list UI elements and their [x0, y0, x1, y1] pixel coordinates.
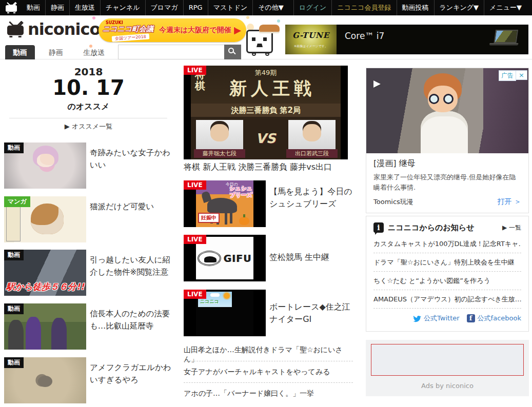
reco-thumb-shiba-manga[interactable]: マンガ	[4, 196, 86, 242]
search-tab-video[interactable]: 動画	[5, 45, 35, 59]
reco-title[interactable]: 奇跡みたいな女子かわいい	[90, 147, 172, 171]
machi-kaigi-logo: ニコニコ町会議	[103, 25, 153, 34]
gtune-banner-ad[interactable]: G-TUNE ※画像はイメージです。 Core™ i7	[285, 25, 528, 54]
reco-item-2[interactable]: マンガ 猫派だけど可愛い	[4, 196, 173, 242]
ad-description: 家里来了一位年轻又漂亮的继母.但是她好像在隐瞒着什么事情.	[373, 172, 521, 192]
ad-boy-face	[428, 86, 458, 112]
search-button[interactable]	[224, 45, 241, 59]
reco-thumb-anime-girl[interactable]: 動画	[4, 143, 86, 189]
ranking-menu[interactable]: ランキング▼	[434, 0, 484, 15]
live-text-link-2[interactable]: 女子アナがバーチャルキャストをやってみる	[184, 368, 354, 377]
niconico-tv-icon[interactable]	[5, 2, 17, 13]
machi-kaigi-banner-ad[interactable]: SUZUKI ニコニコ町会議 全国ツアー2018 今週末は大阪府で開催！ ▶	[98, 18, 246, 42]
mascot-leg	[252, 53, 256, 56]
live-title[interactable]: 【馬を見よう】今日の シュシュブリーズ	[269, 186, 354, 210]
topnav-live[interactable]: 生放送	[69, 0, 100, 15]
cloud-icon	[210, 293, 220, 297]
ad-label: 广告	[499, 70, 516, 81]
horse-thumbnail[interactable]: 今日の シュシュ ブリーズ 妊娠中 LIVE	[184, 180, 266, 227]
live-badge: LIVE	[184, 290, 206, 299]
facebook-icon: f	[467, 314, 475, 322]
news-item-1[interactable]: カスタムキャストが100万DL達成！記念RTキャ…	[373, 235, 521, 253]
menu-dropdown[interactable]: メニュー▼	[484, 0, 527, 15]
ad-brand: Toomics玩漫	[373, 197, 413, 207]
gtune-logo-panel: G-TUNE ※画像はイメージです。	[285, 25, 337, 54]
search-tab-seiga[interactable]: 静画	[49, 45, 63, 59]
info-icon: i	[373, 222, 384, 233]
site-header: niconico SUZUKI ニコニコ町会議 全国ツアー2018 今週末は大阪…	[0, 15, 532, 59]
login-link[interactable]: ログイン	[293, 0, 331, 15]
ad-close-icon[interactable]: ×	[516, 70, 527, 80]
sun-icon	[224, 293, 230, 299]
ad-open-button[interactable]: 打开 ＞	[498, 197, 521, 207]
niconico-tv-logo-icon	[6, 21, 25, 37]
player-photo-left: 藤井聡太七段	[196, 120, 243, 157]
reco-thumb-frog[interactable]: 動画	[4, 357, 86, 403]
featured-live-title[interactable]: 将棋 新人王戦 決勝三番勝負 藤井vs出口	[184, 162, 353, 173]
top-navigation-bar: 動画 静画 生放送 チャンネル ブロマガ RPG マストドン その他▼ ログイン…	[0, 0, 532, 15]
reco-title[interactable]: 猫派だけど可愛い	[90, 200, 172, 213]
reco-item-4[interactable]: 動画 信長本人のための法要も…比叡山延暦寺	[4, 303, 173, 350]
gifu-logo-text: GIFU	[223, 253, 251, 264]
reco-thumb-monks[interactable]: 動画	[4, 303, 86, 350]
topnav-blomaga[interactable]: ブロマガ	[145, 0, 183, 15]
news-list-link[interactable]: ▶ 一覧	[502, 223, 521, 232]
live-title[interactable]: 笠松競馬 生中継	[269, 251, 354, 263]
video-badge: 動画	[4, 250, 24, 260]
thumb-caption-text: 駅から徒歩５６分!!	[6, 281, 84, 293]
featured-live-shogi[interactable]: 将棋 第49期 新人王戦 決勝三番勝負 第2局 藤井聡太七段 VS 出口若武三段…	[184, 66, 348, 159]
reco-title[interactable]: 引っ越したい友人に紹介した物件※閲覧注意	[90, 254, 172, 278]
gtune-disclaimer: ※画像はイメージです。	[294, 44, 328, 49]
ad-boy-eye	[443, 94, 454, 104]
official-facebook-link[interactable]: f 公式facebook	[467, 314, 521, 323]
reco-title[interactable]: 信長本人のための法要も…比叡山延暦寺	[90, 308, 172, 332]
boatrace-thumbnail[interactable]: ニコニコ LIVE	[184, 290, 266, 336]
news-item-2[interactable]: ドラマ「聖☆おにいさん」特別上映会を生中継	[373, 253, 521, 272]
empty-ad-slot[interactable]	[371, 344, 524, 376]
ad-image[interactable]: 广告 ×	[366, 68, 528, 153]
topnav-rpg[interactable]: RPG	[183, 0, 208, 15]
news-item-3[interactable]: ちく☆たむ と“ようかい図鑑”を作ろう	[373, 272, 521, 290]
search-icon	[228, 48, 234, 53]
live-badge: LIVE	[184, 66, 206, 75]
ads-by-niconico-label: Ads by niconico	[366, 382, 529, 390]
reco-item-1[interactable]: 動画 奇跡みたいな女子かわいい	[4, 143, 173, 189]
reco-list-link[interactable]: ▶ オススメ一覧	[0, 122, 177, 131]
live-item-kasamatsu[interactable]: GIFU LIVE 笠松競馬 生中継	[184, 235, 354, 281]
reco-item-5[interactable]: 動画 アメフクラガエルかわいすぎるやろ	[4, 357, 173, 403]
live-item-horse[interactable]: 今日の シュシュ ブリーズ 妊娠中 LIVE 【馬を見よう】今日の シュシュブリ…	[184, 180, 354, 227]
topnav-channel[interactable]: チャンネル	[100, 0, 145, 15]
reco-thumb-car-interior[interactable]: 動画 駅から徒歩５６分!!	[4, 250, 86, 296]
upload-video-link[interactable]: 動画投稿	[397, 0, 434, 15]
player-name-left: 藤井聡太七段	[194, 149, 245, 158]
topnav-other-menu[interactable]: その他▼	[252, 0, 289, 15]
shogi-period: 第49期	[191, 68, 341, 77]
ad-title[interactable]: [漫画] 继母	[373, 158, 521, 169]
topnav-seiga[interactable]: 静画	[45, 0, 69, 15]
search-tab-live[interactable]: 生放送	[83, 45, 105, 59]
topnav-video[interactable]: 動画	[22, 0, 45, 15]
live-text-link-3[interactable]: アホの子…「バーナード嬢曰く。」一挙	[184, 389, 354, 398]
official-twitter-link[interactable]: 公式Twitter	[412, 314, 460, 323]
reco-date-suffix: のオススメ	[0, 101, 177, 112]
niconico-logo[interactable]: niconico	[6, 19, 100, 39]
video-badge: 動画	[4, 357, 24, 368]
reco-item-3[interactable]: 動画 駅から徒歩５６分!! 引っ越したい友人に紹介した物件※閲覧注意	[4, 250, 173, 296]
news-item-4[interactable]: AMADEUS（アマデウス）初の記念すべき生放…	[373, 290, 521, 309]
dashed-divider	[184, 382, 353, 383]
toomics-ad-card[interactable]: 广告 × [漫画] 继母 家里来了一位年轻又漂亮的继母.但是她好像在隐瞒着什么事…	[366, 68, 529, 213]
gtune-logo: G-TUNE	[292, 31, 329, 40]
pregnant-tag: 妊娠中	[198, 213, 220, 223]
niconico-text: ニコニコ	[200, 298, 219, 305]
gifu-thumbnail[interactable]: GIFU LIVE	[184, 235, 266, 281]
live-item-boatrace[interactable]: ニコニコ LIVE ボートレース◆住之江ナイターGI	[184, 290, 354, 336]
search-input[interactable]	[118, 45, 224, 59]
player-name-right: 出口若武三段	[286, 149, 338, 158]
register-link[interactable]: ニコニコ会員登録	[331, 0, 396, 15]
live-title[interactable]: ボートレース◆住之江ナイターGI	[269, 301, 354, 325]
reco-title[interactable]: アメフクラガエルかわいすぎるやろ	[90, 361, 172, 386]
topnav-mastodon[interactable]: マストドン	[208, 0, 253, 15]
video-badge: 動画	[4, 143, 24, 153]
news-title: ニコニコからのお知らせ	[388, 223, 502, 233]
live-badge: LIVE	[184, 180, 206, 190]
